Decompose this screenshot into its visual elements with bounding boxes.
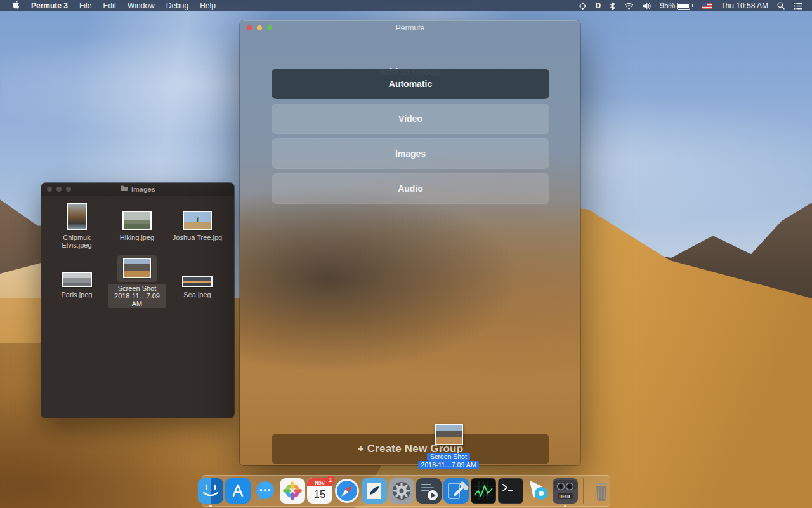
- file-paris[interactable]: Paris.jpeg: [48, 257, 106, 298]
- dock-calendar[interactable]: NOV 15 1: [307, 478, 332, 504]
- dock-downie[interactable]: [525, 478, 551, 504]
- permute-window: Permute Add to Group Automatic Video Ima…: [240, 20, 580, 465]
- folder-icon: [120, 185, 128, 193]
- dock-separator: [583, 478, 584, 504]
- app-store-icon: [225, 478, 251, 504]
- file-name: Sea.jpeg: [168, 291, 226, 298]
- file-name: Joshua Tree.jpg: [168, 234, 226, 241]
- apple-menu[interactable]: [6, 0, 25, 12]
- file-name: Chipmuk Elvis.jpeg: [48, 234, 106, 249]
- volume-icon[interactable]: [638, 3, 655, 10]
- svg-text:15: 15: [314, 488, 326, 500]
- file-thumbnail: [108, 199, 166, 230]
- mail-icon: [362, 478, 387, 504]
- file-hiking[interactable]: Hiking.jpeg: [108, 199, 166, 241]
- finder-window-title: Images: [41, 185, 234, 193]
- group-button-images[interactable]: Images: [272, 138, 549, 169]
- dock-photos[interactable]: [280, 478, 305, 504]
- menubar-menus: Permute 3 File Edit Window Debug Help: [0, 0, 221, 12]
- trash-icon: [589, 478, 614, 504]
- file-name: Screen Shot 2018-11…7.09 AM: [108, 282, 166, 308]
- file-thumbnail: [168, 257, 226, 287]
- dragged-file-thumbnail: [435, 424, 463, 445]
- group-button-video[interactable]: Video: [272, 104, 549, 134]
- finder-window: Images Chipmuk Elvis.jpeg Hiking.jpeg Jo…: [41, 183, 234, 418]
- file-joshua-tree[interactable]: Joshua Tree.jpg: [168, 199, 226, 241]
- menubar-status: D 95% Thu 10:58 AM: [574, 0, 812, 11]
- calendar-badge: 1: [326, 476, 335, 485]
- menu-file[interactable]: File: [74, 0, 97, 11]
- menu-app-name[interactable]: Permute 3: [25, 0, 74, 11]
- menubar-clock[interactable]: Thu 10:58 AM: [716, 0, 773, 11]
- dock-activity-graph[interactable]: [471, 478, 496, 504]
- battery-indicator[interactable]: 95%: [655, 0, 698, 11]
- dock-xcode[interactable]: [443, 478, 469, 504]
- permute-robot-icon: [553, 478, 578, 504]
- dragged-file-label: Screen Shot 2018-11…7.09 AM: [393, 453, 504, 469]
- file-name: Paris.jpeg: [48, 291, 106, 298]
- safari-icon: [334, 478, 360, 504]
- dock-messages[interactable]: [252, 478, 278, 504]
- script-player-icon: [416, 478, 442, 504]
- file-thumbnail: [168, 199, 226, 230]
- activity-graph-icon: [471, 478, 496, 504]
- dock-script-player[interactable]: [416, 478, 442, 504]
- dock: NOV 15 1: [202, 475, 610, 507]
- battery-icon: [677, 3, 690, 10]
- permute-window-title: Permute: [240, 23, 580, 32]
- running-indicator: [209, 505, 212, 507]
- apple-icon: [12, 2, 20, 11]
- d-menu-extra-icon[interactable]: D: [591, 0, 606, 11]
- file-name: Hiking.jpeg: [108, 234, 166, 241]
- file-thumbnail: [48, 257, 106, 287]
- menu-debug[interactable]: Debug: [160, 0, 194, 11]
- file-screen-shot-selected[interactable]: Screen Shot 2018-11…7.09 AM: [108, 251, 166, 308]
- spotlight-search-icon[interactable]: [773, 2, 789, 10]
- file-thumbnail: [108, 251, 166, 282]
- bluetooth-icon[interactable]: [605, 2, 620, 10]
- menu-help[interactable]: Help: [194, 0, 221, 11]
- group-button-audio[interactable]: Audio: [272, 173, 549, 204]
- group-button-automatic[interactable]: Automatic: [272, 69, 549, 99]
- dock-app-store[interactable]: [225, 478, 251, 504]
- finder-titlebar[interactable]: Images: [41, 183, 234, 196]
- terminal-icon: [498, 478, 523, 504]
- file-sea[interactable]: Sea.jpeg: [168, 257, 226, 298]
- permute-titlebar[interactable]: Permute: [240, 20, 580, 36]
- dock-safari[interactable]: [334, 478, 360, 504]
- messages-icon: [252, 478, 278, 504]
- running-indicator: [564, 505, 566, 507]
- dock-system-preferences[interactable]: [389, 478, 414, 504]
- gear-icon: [389, 478, 414, 504]
- input-source-flag-icon[interactable]: [698, 3, 716, 9]
- desktop: Permute 3 File Edit Window Debug Help D …: [0, 0, 812, 508]
- finder-icon: [198, 478, 223, 504]
- file-thumbnail: [48, 199, 106, 230]
- battery-percent-label: 95%: [660, 0, 675, 11]
- dock-mail[interactable]: [362, 478, 387, 504]
- file-chipmuk-elvis[interactable]: Chipmuk Elvis.jpeg: [48, 199, 106, 249]
- battery-icon-nub: [692, 4, 693, 7]
- diamond-menu-extra-icon[interactable]: [574, 2, 591, 10]
- dock-trash[interactable]: [589, 478, 614, 504]
- menu-edit[interactable]: Edit: [97, 0, 122, 11]
- menubar: Permute 3 File Edit Window Debug Help D …: [0, 0, 812, 11]
- xcode-icon: [443, 478, 469, 504]
- dock-permute[interactable]: [553, 478, 578, 504]
- downie-icon: [525, 478, 551, 504]
- dock-terminal[interactable]: [498, 478, 523, 504]
- dock-finder[interactable]: [198, 478, 223, 504]
- photos-icon: [280, 478, 305, 504]
- svg-text:NOV: NOV: [315, 481, 325, 485]
- wifi-icon[interactable]: [620, 3, 638, 10]
- menu-window[interactable]: Window: [122, 0, 160, 11]
- notification-center-icon[interactable]: [789, 3, 807, 10]
